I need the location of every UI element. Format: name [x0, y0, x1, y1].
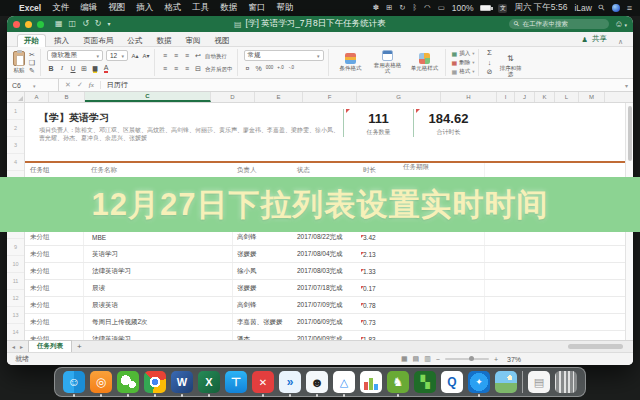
menu-bar-clock[interactable]: 周六 下午5:56: [514, 2, 567, 14]
cell-task-name[interactable]: 英语学习: [83, 246, 233, 262]
cell-task-group[interactable]: 未分组: [25, 250, 83, 259]
qq-icon[interactable]: ☻: [306, 371, 328, 393]
ribbon-tab[interactable]: 审阅: [179, 35, 206, 47]
header-duration[interactable]: 时长: [359, 166, 399, 175]
minimize-window-button[interactable]: [25, 21, 32, 28]
ribbon-tab[interactable]: 开始: [17, 34, 46, 48]
show-tabs-icon[interactable]: [55, 20, 63, 28]
column-header[interactable]: C: [85, 92, 211, 102]
zoom-window-button[interactable]: [37, 21, 44, 28]
status-app-icon[interactable]: [373, 4, 379, 12]
horizontal-scrollbar-thumb[interactable]: [568, 344, 623, 349]
next-sheet-icon[interactable]: ▸: [20, 343, 23, 350]
cell-task-group[interactable]: 未分组: [25, 301, 83, 310]
trash-icon[interactable]: [555, 371, 577, 393]
wrap-text-icon[interactable]: [194, 52, 202, 59]
number-format-select[interactable]: 常规: [244, 50, 324, 61]
conditional-format-icon[interactable]: 条件格式: [335, 53, 367, 71]
copy-icon[interactable]: [28, 59, 36, 66]
header-status[interactable]: 状态: [297, 166, 359, 175]
safari-icon[interactable]: ✦: [468, 371, 490, 393]
autosum-icon[interactable]: [485, 49, 493, 57]
column-header[interactable]: H: [441, 92, 497, 102]
cell-status[interactable]: 2017/08/03完成: [297, 267, 359, 276]
row-header[interactable]: 10: [7, 256, 24, 273]
row-header[interactable]: 3: [7, 137, 24, 154]
increase-font-icon[interactable]: [131, 53, 139, 59]
cell-duration[interactable]: 2.13: [359, 251, 399, 258]
cell-task-group[interactable]: 未分组: [25, 318, 83, 327]
cell-status[interactable]: 2017/07/18完成: [297, 284, 359, 293]
font-name-select[interactable]: 微软雅黑: [47, 50, 103, 61]
cell-action-button[interactable]: 删除: [452, 58, 475, 66]
quicktime-icon[interactable]: Q: [441, 371, 463, 393]
row-header[interactable]: 12: [7, 290, 24, 307]
xmind-icon[interactable]: ✕: [252, 371, 274, 393]
row-header[interactable]: 4: [7, 154, 24, 171]
align-top-icon[interactable]: [161, 52, 169, 59]
column-header[interactable]: F: [303, 92, 357, 102]
align-right-icon[interactable]: [183, 65, 191, 72]
ribbon-tab[interactable]: 页面布局: [77, 35, 119, 47]
header-deadline[interactable]: 任务期限: [399, 163, 485, 177]
font-size-select[interactable]: 12: [106, 50, 128, 61]
page-break-view-icon[interactable]: [424, 355, 431, 363]
doc-title-cell[interactable]: 【学】英语学习: [39, 111, 109, 125]
format-painter-icon[interactable]: [28, 67, 36, 74]
cell-task-name[interactable]: 法律英语学习: [83, 263, 233, 279]
word-icon[interactable]: W: [171, 371, 193, 393]
ribbon-tab[interactable]: 数据: [150, 35, 177, 47]
cell-deadline[interactable]: [399, 263, 485, 279]
accounting-format-icon[interactable]: [244, 65, 252, 72]
sort-filter-button[interactable]: 排序和筛选: [497, 47, 523, 77]
cell-task-name[interactable]: 晨读英语: [83, 297, 233, 313]
underline-button[interactable]: [69, 65, 77, 72]
menu-item-insert[interactable]: 插入: [136, 2, 153, 14]
menu-item-format[interactable]: 格式: [164, 2, 181, 14]
vertical-scrollbar-thumb[interactable]: [628, 106, 632, 161]
sheet-tab[interactable]: 任务列表: [28, 340, 72, 352]
italic-button[interactable]: [58, 65, 66, 72]
cell-owner[interactable]: 张媛媛: [233, 284, 297, 293]
spotlight-icon[interactable]: [599, 4, 605, 12]
excel-icon[interactable]: X: [198, 371, 220, 393]
zoom-slider-knob[interactable]: [469, 356, 474, 361]
formula-bar-expand-icon[interactable]: [625, 82, 633, 89]
workbook-search-field[interactable]: 在工作表中搜索: [509, 19, 609, 29]
add-sheet-button[interactable]: +: [77, 342, 82, 351]
merge-center-icon[interactable]: [194, 65, 202, 72]
evernote-icon[interactable]: ♞: [387, 371, 409, 393]
share-button[interactable]: 共享: [582, 34, 607, 46]
menu-item-app[interactable]: Excel: [19, 3, 41, 13]
cell-deadline[interactable]: [399, 297, 485, 313]
menu-item-window[interactable]: 窗口: [248, 2, 265, 14]
select-all-corner[interactable]: [7, 92, 25, 102]
quick-access-caret-icon[interactable]: [108, 20, 111, 28]
wechat-icon[interactable]: [117, 371, 139, 393]
redo-icon[interactable]: [95, 20, 102, 28]
wifi-icon[interactable]: [424, 4, 431, 12]
cell-duration[interactable]: 0.73: [359, 319, 399, 326]
row-header[interactable]: 14: [7, 324, 24, 340]
menu-item-tools[interactable]: 工具: [192, 2, 209, 14]
align-left-icon[interactable]: [161, 65, 169, 72]
column-header[interactable]: M: [579, 92, 605, 102]
time-machine-icon[interactable]: [399, 4, 405, 12]
menu-item-help[interactable]: 帮助: [276, 2, 293, 14]
close-window-button[interactable]: [13, 21, 20, 28]
pixel-green-icon[interactable]: ▚: [414, 371, 436, 393]
column-header[interactable]: A: [25, 92, 49, 102]
cell-task-group[interactable]: 未分组: [25, 267, 83, 276]
cell-task-name[interactable]: 每周日上传视频2次: [83, 314, 233, 330]
borders-button[interactable]: [80, 65, 88, 72]
chart-icon[interactable]: [360, 371, 382, 393]
align-center-icon[interactable]: [172, 65, 180, 72]
cell-deadline[interactable]: [399, 314, 485, 330]
normal-view-icon[interactable]: [401, 355, 408, 363]
name-box[interactable]: C6: [7, 79, 59, 91]
cell-status[interactable]: 2017/06/09完成: [297, 318, 359, 327]
cell-deadline[interactable]: [399, 331, 485, 340]
cell-duration[interactable]: 3.42: [359, 234, 399, 241]
chrome-icon[interactable]: [144, 371, 166, 393]
keynote-icon[interactable]: ⊤: [225, 371, 247, 393]
